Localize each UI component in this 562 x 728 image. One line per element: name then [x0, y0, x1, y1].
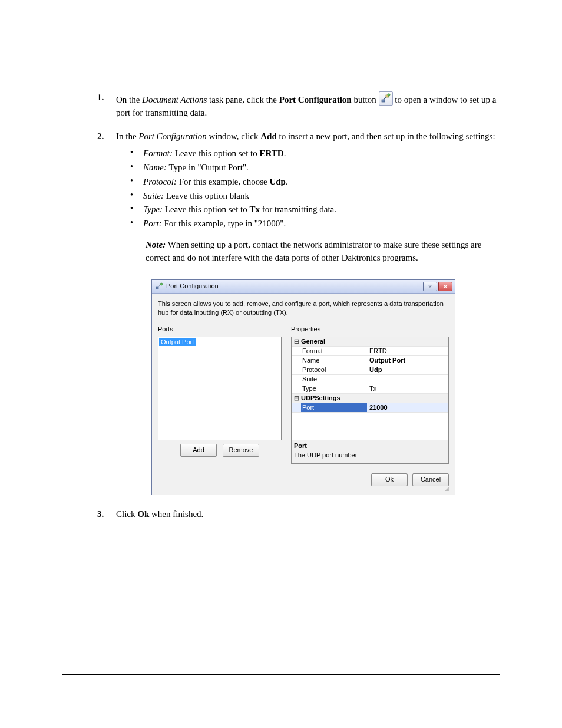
prop-port[interactable]: Port 21000: [292, 403, 448, 413]
step-number: 2.: [97, 130, 104, 143]
help-button[interactable]: ?: [423, 282, 437, 291]
ports-label: Ports: [158, 325, 282, 334]
properties-label: Properties: [291, 325, 449, 334]
prop-suite[interactable]: Suite: [292, 375, 448, 384]
property-grid[interactable]: ⊟ General Format ERTD Name: [291, 337, 449, 440]
svg-point-2: [387, 94, 389, 96]
port-config-italic: Port Configuration: [138, 131, 206, 141]
step-3: 3. Click Ok when finished.: [97, 508, 500, 521]
port-config-bold: Port Configuration: [279, 95, 352, 104]
property-description: Port The UDP port number: [291, 440, 449, 464]
svg-point-4: [160, 283, 163, 285]
ports-list-item[interactable]: Output Port: [159, 338, 196, 346]
dialog-titlebar: Port Configuration ?: [152, 280, 455, 294]
step1-text: On the Document Actions task pane, click…: [116, 95, 496, 117]
step3-text: Click Ok when finished.: [116, 509, 203, 519]
close-button[interactable]: [438, 282, 452, 291]
note-paragraph: Note: When setting up a port, contact th…: [146, 239, 500, 265]
add-button[interactable]: Add: [180, 444, 217, 457]
note-label: Note:: [146, 240, 166, 249]
prop-name[interactable]: Name Output Port: [292, 356, 448, 365]
group-general[interactable]: ⊟ General: [292, 337, 448, 347]
svg-rect-0: [382, 100, 385, 102]
add-bold: Add: [260, 131, 277, 141]
remove-button[interactable]: Remove: [223, 444, 259, 457]
group-udpsettings[interactable]: ⊟ UDPSettings: [292, 394, 448, 403]
dialog-title-icon: [156, 282, 164, 291]
prop-format[interactable]: Format ERTD: [292, 347, 448, 356]
port-config-toolbar-icon: [379, 91, 393, 106]
collapse-icon[interactable]: ⊟: [292, 337, 301, 346]
step2-text: In the Port Configuration window, click …: [116, 131, 495, 141]
ok-button[interactable]: Ok: [371, 473, 408, 486]
step-2: 2. In the Port Configuration window, cli…: [97, 130, 500, 495]
bullet-protocol: Protocol: For this example, choose Udp.: [129, 176, 500, 189]
page-footer-rule: [62, 674, 500, 675]
ports-listbox[interactable]: Output Port: [158, 337, 282, 440]
step-number: 1.: [97, 91, 104, 104]
bullet-name: Name: Type in "Output Port".: [129, 162, 500, 174]
dialog-description: This screen allows you to add, remove, a…: [158, 299, 449, 317]
bullet-suite: Suite: Leave this option blank: [129, 190, 500, 203]
prop-protocol[interactable]: Protocol Udp: [292, 365, 448, 375]
step-1: 1. On the Document Actions task pane, cl…: [97, 91, 500, 120]
prop-type[interactable]: Type Tx: [292, 384, 448, 394]
collapse-icon[interactable]: ⊟: [292, 394, 301, 403]
doc-actions-italic: Document Actions: [142, 95, 207, 104]
dialog-title: Port Configuration: [166, 282, 422, 291]
step-number: 3.: [97, 508, 104, 521]
port-config-dialog: Port Configuration ? This screen allows …: [151, 279, 455, 495]
bullet-type: Type: Leave this option set to Tx for tr…: [129, 203, 500, 216]
cancel-button[interactable]: Cancel: [412, 473, 449, 486]
bullet-port: Port: For this example, type in "21000".: [129, 218, 500, 230]
svg-rect-3: [156, 287, 158, 289]
bullet-format: Format: Leave this option set to ERTD.: [129, 147, 500, 160]
ok-bold: Ok: [137, 509, 149, 519]
settings-list: Format: Leave this option set to ERTD. N…: [129, 147, 500, 230]
